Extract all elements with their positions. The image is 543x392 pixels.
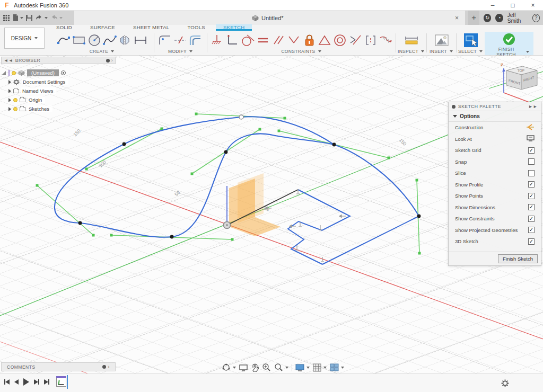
expand-icon[interactable] xyxy=(8,107,11,111)
maximize-button[interactable]: □ xyxy=(503,1,523,10)
palette-row-show-profile[interactable]: Show Profile xyxy=(449,179,541,191)
midpoint-constraint-icon[interactable] xyxy=(286,33,301,48)
show-constraints-checkbox[interactable] xyxy=(528,216,535,222)
pan-tool[interactable] xyxy=(251,363,259,372)
tab-solid[interactable]: SOLID xyxy=(49,24,80,31)
expand-icon[interactable] xyxy=(8,80,11,84)
palette-row-show-projected-geometries[interactable]: Show Projected Geometries xyxy=(449,225,541,236)
view-cube[interactable]: TOP FRONT RIGHT Z X xyxy=(489,63,543,108)
design-workspace-button[interactable]: DESIGN xyxy=(4,28,45,49)
sketch-grid-checkbox[interactable] xyxy=(528,147,535,154)
viewports-settings[interactable] xyxy=(330,363,344,371)
expand-icon[interactable] xyxy=(8,98,11,102)
browser-item-named-views[interactable]: Named Views xyxy=(1,86,116,95)
collapse-arrows-icon[interactable]: ◄◄ xyxy=(4,58,13,63)
origin-planes[interactable] xyxy=(229,173,281,236)
spline-tangent-handles[interactable] xyxy=(37,114,419,253)
browser-item-sketches[interactable]: Sketches xyxy=(1,104,116,113)
activate-radio-icon[interactable] xyxy=(61,70,66,75)
viewport-canvas[interactable]: 150 100 50 50 150 xyxy=(0,56,543,373)
select-tool-icon[interactable] xyxy=(463,33,478,48)
close-button[interactable]: × xyxy=(523,1,543,10)
timeline-sketch-feature[interactable] xyxy=(56,376,66,387)
snap-checkbox[interactable] xyxy=(528,158,535,165)
visibility-bulb-icon[interactable] xyxy=(13,107,17,111)
spline-fit-point-open[interactable] xyxy=(239,115,243,119)
finish-sketch-button[interactable]: Finish Sketch xyxy=(498,254,538,263)
item-label[interactable]: Named Views xyxy=(21,87,56,94)
group-modify-label[interactable]: MODIFY xyxy=(168,49,187,54)
group-insert-label[interactable]: INSERT xyxy=(430,49,447,54)
notifications-clock-icon[interactable]: ◔ xyxy=(495,14,503,22)
equal-constraint-icon[interactable] xyxy=(256,33,270,48)
show-points-checkbox[interactable] xyxy=(528,193,535,199)
circle-tool-icon[interactable] xyxy=(87,33,101,48)
sketch-palette-header[interactable]: SKETCH PALETTE ►► xyxy=(449,102,541,111)
symmetry-constraint-icon[interactable] xyxy=(348,33,362,48)
visibility-bulb-icon[interactable] xyxy=(13,98,17,102)
zoom-tool[interactable] xyxy=(262,363,271,372)
fillet-tool-icon[interactable] xyxy=(158,33,172,48)
3d-sketch-checkbox[interactable] xyxy=(528,238,535,245)
undo-icon[interactable] xyxy=(35,13,48,23)
redo-icon[interactable] xyxy=(50,13,63,23)
concentric-constraint-icon[interactable] xyxy=(332,33,347,48)
palette-row-look-at[interactable]: Look At xyxy=(449,133,541,145)
group-constraints-label[interactable]: CONSTRAINTS xyxy=(281,49,315,54)
visibility-bulb-icon[interactable] xyxy=(12,71,16,75)
panel-chevron-icon[interactable]: › xyxy=(108,364,110,370)
palette-row-show-points[interactable]: Show Points xyxy=(449,190,541,202)
timeline-marker[interactable] xyxy=(56,376,66,378)
fit-tool[interactable] xyxy=(274,363,288,372)
slice-checkbox[interactable] xyxy=(528,170,535,176)
step-forward-button[interactable] xyxy=(34,379,39,385)
insert-image-icon[interactable] xyxy=(434,33,449,48)
show-profile-checkbox[interactable] xyxy=(528,181,535,188)
file-menu-icon[interactable] xyxy=(12,13,23,23)
user-name[interactable]: Jeff Smith xyxy=(507,12,528,24)
section-collapse-icon[interactable] xyxy=(453,115,457,118)
origin-point[interactable] xyxy=(224,222,231,229)
root-expander-icon[interactable] xyxy=(1,70,6,76)
help-icon[interactable]: ? xyxy=(532,14,540,22)
document-root-label[interactable]: (Unsaved) xyxy=(27,69,59,76)
browser-root-row[interactable]: (Unsaved) xyxy=(1,68,116,77)
job-status-icon[interactable]: ↻ xyxy=(484,14,491,22)
rectangle-tool-icon[interactable] xyxy=(72,33,86,48)
panel-dot-icon[interactable] xyxy=(452,105,456,109)
display-settings[interactable] xyxy=(295,363,310,371)
panel-dot-icon[interactable] xyxy=(102,365,106,369)
construction-icon[interactable] xyxy=(526,123,535,132)
new-tab-button[interactable]: + xyxy=(468,11,479,25)
timeline-gear-icon[interactable] xyxy=(501,379,509,389)
ground-constraint-icon[interactable] xyxy=(209,33,224,48)
show-projected-geometries-checkbox[interactable] xyxy=(528,227,535,233)
tangent-constraint-icon[interactable] xyxy=(240,33,255,48)
comments-panel-header[interactable]: COMMENTS › xyxy=(1,362,116,371)
group-create-label[interactable]: CREATE xyxy=(90,49,109,54)
brackets-constraint-icon[interactable] xyxy=(363,33,378,48)
browser-item-origin[interactable]: Origin xyxy=(1,95,116,104)
mirror-tool-icon[interactable] xyxy=(118,33,132,48)
parallel-constraint-icon[interactable] xyxy=(271,33,285,48)
spline-tool-icon[interactable] xyxy=(102,33,117,48)
line-tool-icon[interactable] xyxy=(56,33,71,48)
item-label[interactable]: Origin xyxy=(28,96,45,103)
palette-row-show-constraints[interactable]: Show Constraints xyxy=(449,213,541,225)
tab-sheet-metal[interactable]: SHEET METAL xyxy=(126,24,177,31)
palette-row-slice[interactable]: Slice xyxy=(449,167,541,179)
group-select-label[interactable]: SELECT xyxy=(458,49,477,54)
document-tab[interactable]: Untitled* × xyxy=(74,11,465,25)
expand-icon[interactable] xyxy=(8,89,11,93)
go-to-end-button[interactable] xyxy=(44,379,49,385)
polygon-constraint-icon[interactable] xyxy=(317,33,331,48)
palette-row-show-dimensions[interactable]: Show Dimensions xyxy=(449,202,541,213)
go-to-start-button[interactable] xyxy=(4,379,10,385)
browser-panel-header[interactable]: ◄◄ BROWSER › xyxy=(1,57,116,64)
grid-settings[interactable] xyxy=(313,363,327,372)
panel-chevron-icon[interactable]: › xyxy=(111,58,113,63)
options-section-header[interactable]: Options xyxy=(449,111,541,122)
tab-surface[interactable]: SURFACE xyxy=(83,24,122,31)
look-at-icon[interactable] xyxy=(527,134,535,144)
trim-tool-icon[interactable] xyxy=(173,33,188,48)
